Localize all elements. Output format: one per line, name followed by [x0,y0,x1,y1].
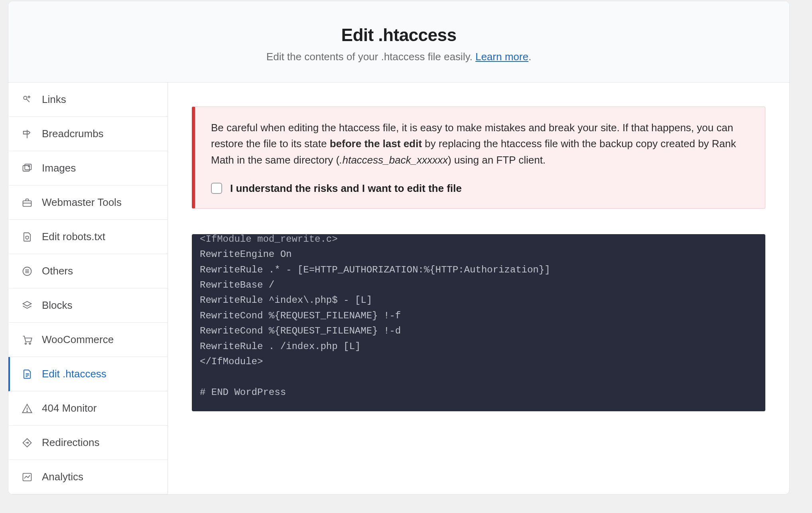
sidebar-item-label: Breadcrumbs [42,128,104,140]
page-title: Edit .htaccess [20,25,777,45]
file-shield-icon [21,231,33,243]
subtitle-suffix: . [528,51,531,63]
page-subtitle: Edit the contents of your .htaccess file… [20,51,777,63]
sidebar-item-breadcrumbs[interactable]: Breadcrumbs [8,117,168,151]
images-icon [21,162,33,174]
sidebar-item-label: 404 Monitor [42,402,97,414]
sidebar-item-webmaster-tools[interactable]: Webmaster Tools [8,185,168,220]
sidebar-item-label: Redirections [42,436,100,449]
layers-icon [21,300,33,312]
warning-notice: Be careful when editing the htaccess fil… [192,107,765,209]
chart-line-icon [21,471,33,483]
svg-point-15 [29,343,31,344]
subtitle-text: Edit the contents of your .htaccess file… [266,51,475,63]
sidebar-item-label: Edit robots.txt [42,231,105,243]
settings-panel: Edit .htaccess Edit the contents of your… [8,1,790,495]
svg-point-20 [27,411,28,412]
sidebar-item-others[interactable]: Others [8,254,168,288]
cart-icon [21,334,33,346]
svg-line-1 [27,99,30,102]
sidebar-item-blocks[interactable]: Blocks [8,288,168,323]
content-area: Be careful when editing the htaccess fil… [168,83,789,494]
sidebar-item-label: WooCommerce [42,333,114,346]
learn-more-link[interactable]: Learn more [475,51,528,63]
sidebar-item-edit-robots[interactable]: Edit robots.txt [8,220,168,254]
panel-body: LinksBreadcrumbsImagesWebmaster ToolsEdi… [8,83,789,494]
editor-cut-line: <IfModule mod_rewrite.c> [200,234,757,247]
warning-text: Be careful when editing the htaccess fil… [211,120,749,168]
editor-body: RewriteEngine On RewriteRule .* - [E=HTT… [200,249,550,398]
svg-point-14 [25,343,27,344]
sidebar-item-redirections[interactable]: Redirections [8,426,168,460]
sidebar-item-label: Images [42,162,76,174]
sidebar-item-analytics[interactable]: Analytics [8,460,168,494]
list-circle-icon [21,265,33,277]
consent-row: I understand the risks and I want to edi… [211,182,749,195]
warning-triangle-icon [21,403,33,414]
diamond-arrow-icon [21,437,33,449]
sidebar-item-images[interactable]: Images [8,151,168,185]
warning-bold: before the last edit [330,138,422,150]
sidebar-item-label: Webmaster Tools [42,196,122,209]
sidebar-item-label: Edit .htaccess [42,368,106,380]
links-icon [21,94,33,106]
sidebar-item-edit-htaccess[interactable]: Edit .htaccess [8,357,168,391]
panel-header: Edit .htaccess Edit the contents of your… [8,1,789,83]
consent-checkbox[interactable] [211,183,222,194]
svg-point-0 [24,96,27,99]
consent-label[interactable]: I understand the risks and I want to edi… [230,182,462,195]
sidebar-item-woocommerce[interactable]: WooCommerce [8,323,168,357]
sidebar-item-links[interactable]: Links [8,83,168,117]
sidebar-item-404-monitor[interactable]: 404 Monitor [8,391,168,426]
signpost-icon [21,128,33,140]
sidebar-item-label: Analytics [42,471,83,483]
sidebar-item-label: Blocks [42,299,73,312]
warning-part3: ) using an FTP client. [448,154,546,166]
file-text-icon [21,368,33,380]
sidebar-item-label: Links [42,93,66,106]
settings-sidebar: LinksBreadcrumbsImagesWebmaster ToolsEdi… [8,83,168,494]
briefcase-icon [21,197,33,209]
warning-italic: .htaccess_back_xxxxxx [339,154,448,166]
svg-rect-6 [25,164,31,170]
htaccess-editor[interactable]: <IfModule mod_rewrite.c>RewriteEngine On… [192,234,765,411]
svg-rect-8 [23,201,32,206]
sidebar-item-label: Others [42,265,73,277]
